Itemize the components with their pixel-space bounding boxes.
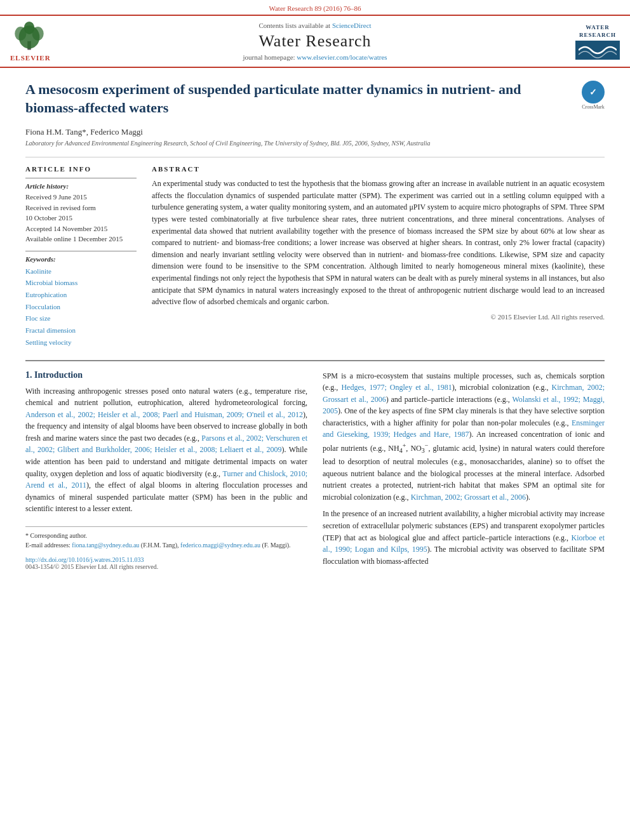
intro-section-title: 1. Introduction xyxy=(25,370,307,380)
article-info-heading: ARTICLE INFO xyxy=(25,165,137,173)
email-2-link[interactable]: federico.maggi@sydney.edu.au xyxy=(180,542,260,549)
ref-turner[interactable]: Turner and Chislock, 2010; Arend et al.,… xyxy=(25,469,307,490)
email-label: E-mail addresses: xyxy=(25,542,70,549)
footnote-area: * Corresponding author. E-mail addresses… xyxy=(25,526,307,550)
email-1-name: (F.H.M. Tang), xyxy=(141,542,179,549)
keyword-4: Flocculation xyxy=(25,301,137,313)
elsevier-logo: ELSEVIER xyxy=(10,21,61,62)
sciencedirect-link[interactable]: ScienceDirect xyxy=(332,22,372,29)
keyword-6: Fractal dimension xyxy=(25,324,137,337)
received-date: Received 9 June 2015 xyxy=(25,192,137,203)
body-two-col: 1. Introduction With increasing anthropo… xyxy=(25,370,605,573)
accepted-date: Accepted 14 November 2015 xyxy=(25,223,137,234)
crossmark-area: ✓ CrossMark xyxy=(582,81,605,110)
divider-1 xyxy=(25,157,605,157)
article-abstract-row: ARTICLE INFO Article history: Received 9… xyxy=(25,165,605,348)
section-title-text: Introduction xyxy=(34,370,83,380)
wr-logo-box: WATER RESEARCH xyxy=(575,24,620,59)
title-block: A mesocosm experiment of suspended parti… xyxy=(25,81,573,123)
body-divider xyxy=(25,360,605,361)
journal-title: Water Research xyxy=(69,32,561,51)
section-number: 1. xyxy=(25,370,32,380)
email-1-link[interactable]: fiona.tang@sydney.edu.au xyxy=(72,542,139,549)
main-content: A mesocosm experiment of suspended parti… xyxy=(0,68,630,585)
journal-header-center: Contents lists available at ScienceDirec… xyxy=(69,22,561,61)
wr-logo-title: WATER RESEARCH xyxy=(575,23,620,40)
elsevier-tree-icon xyxy=(10,21,48,53)
authors-line: Fiona H.M. Tang*, Federico Maggi xyxy=(25,127,605,137)
email-2-name: (F. Maggi). xyxy=(262,542,291,549)
journal-reference-bar: Water Research 89 (2016) 76–86 xyxy=(0,0,630,15)
wr-wave-icon xyxy=(579,41,617,60)
keyword-7: Settling velocity xyxy=(25,337,137,349)
svg-point-4 xyxy=(24,22,34,34)
body-left-col: 1. Introduction With increasing anthropo… xyxy=(25,370,307,573)
journal-ref-text: Water Research 89 (2016) 76–86 xyxy=(269,4,361,12)
keyword-1: Kaolinite xyxy=(25,265,137,277)
article-history-label: Article history: xyxy=(25,182,137,190)
revised-label: Received in revised form xyxy=(25,203,137,213)
revised-date: 10 October 2015 xyxy=(25,213,137,223)
ref-ensminger[interactable]: Ensminger and Gieseking, 1939; Hedges an… xyxy=(323,418,605,439)
homepage-line: journal homepage: www.elsevier.com/locat… xyxy=(69,53,561,61)
body-right-col: SPM is a micro-ecosystem that sustains m… xyxy=(323,370,605,573)
water-research-logo: WATER RESEARCH xyxy=(569,24,620,59)
elsevier-text: ELSEVIER xyxy=(10,54,51,62)
keyword-3: Eutrophication xyxy=(25,289,137,301)
intro-paragraph-1: With increasing anthropogenic stresses p… xyxy=(25,385,307,516)
ref-parsons[interactable]: Parsons et al., 2002; Verschuren et al.,… xyxy=(25,434,307,455)
doi-link: http://dx.doi.org/10.1016/j.watres.2015.… xyxy=(25,556,307,563)
homepage-link[interactable]: www.elsevier.com/locate/watres xyxy=(297,53,387,61)
footnote-star: * Corresponding author. xyxy=(25,531,307,540)
keywords-block: Keywords: Kaolinite Microbial biomass Eu… xyxy=(25,251,137,349)
affiliation-text: Laboratory for Advanced Environmental En… xyxy=(25,140,605,147)
title-area: A mesocosm experiment of suspended parti… xyxy=(25,81,605,123)
keywords-label: Keywords: xyxy=(25,255,137,263)
ref-hedges[interactable]: Hedges, 1977; Ongley et al., 1981 xyxy=(341,383,452,392)
keyword-2: Microbial biomass xyxy=(25,277,137,289)
abstract-heading: ABSTRACT xyxy=(152,165,605,173)
keyword-5: Floc size xyxy=(25,312,137,324)
abstract-column: ABSTRACT An experimental study was condu… xyxy=(152,165,605,348)
paper-title: A mesocosm experiment of suspended parti… xyxy=(25,81,573,117)
authors-text: Fiona H.M. Tang*, Federico Maggi xyxy=(25,127,143,137)
crossmark-icon: ✓ xyxy=(582,81,605,103)
contents-line: Contents lists available at ScienceDirec… xyxy=(69,22,561,29)
copyright-line: © 2015 Elsevier Ltd. All rights reserved… xyxy=(152,313,605,321)
ref-kirchman2[interactable]: Kirchman, 2002; Grossart et al., 2006 xyxy=(411,493,526,502)
ref-anderson[interactable]: Anderson et al., 2002; Heisler et al., 2… xyxy=(25,410,303,419)
available-date: Available online 1 December 2015 xyxy=(25,234,137,244)
issn-text: 0043-1354/© 2015 Elsevier Ltd. All right… xyxy=(25,563,307,570)
article-history-block: Article history: Received 9 June 2015 Re… xyxy=(25,178,137,244)
crossmark-label: CrossMark xyxy=(582,104,605,110)
intro-paragraph-2: SPM is a micro-ecosystem that sustains m… xyxy=(323,370,605,568)
abstract-text: An experimental study was conducted to t… xyxy=(152,178,605,308)
ref-kiorboe[interactable]: Kiorboe et al., 1990; Logan and Kilps, 1… xyxy=(323,533,605,554)
footnote-emails: E-mail addresses: fiona.tang@sydney.edu.… xyxy=(25,540,307,550)
article-info-column: ARTICLE INFO Article history: Received 9… xyxy=(25,165,137,348)
abstract-paragraph: An experimental study was conducted to t… xyxy=(152,178,605,308)
journal-header: ELSEVIER Contents lists available at Sci… xyxy=(0,15,630,68)
doi-area: http://dx.doi.org/10.1016/j.watres.2015.… xyxy=(25,556,307,570)
